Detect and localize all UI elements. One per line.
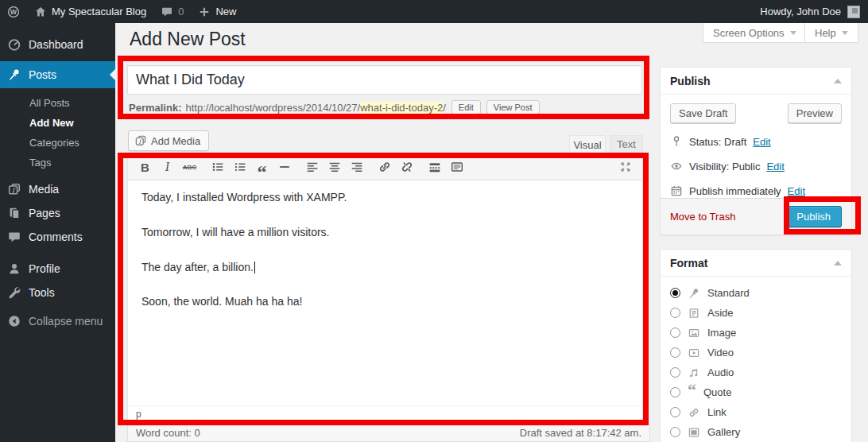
site-name-link[interactable]: My Spectacular Blog bbox=[27, 0, 153, 23]
sidebar-item-categories[interactable]: Categories bbox=[0, 133, 115, 153]
sidebar-item-media[interactable]: Media bbox=[0, 177, 115, 201]
remove-link-button[interactable] bbox=[396, 157, 417, 177]
sidebar-item-tags[interactable]: Tags bbox=[0, 153, 115, 173]
view-post-button[interactable]: View Post bbox=[486, 100, 540, 114]
tab-visual[interactable]: Visual bbox=[569, 135, 606, 153]
format-option-aside[interactable]: Aside bbox=[670, 303, 842, 323]
sidebar-item-dashboard[interactable]: Dashboard bbox=[0, 31, 115, 58]
fullscreen-button[interactable] bbox=[614, 157, 636, 177]
howdy-account-link[interactable]: Howdy, John Doe bbox=[760, 0, 841, 23]
italic-button[interactable]: I bbox=[157, 157, 178, 177]
autosave-message: Draft saved at 8:17:42 am. bbox=[520, 427, 641, 439]
comments-icon bbox=[7, 230, 21, 244]
bold-button[interactable]: B bbox=[134, 157, 156, 177]
permalink-slug: what-i-did-today-2 bbox=[360, 102, 443, 114]
chevron-down-icon bbox=[842, 31, 848, 35]
help-tab[interactable]: Help bbox=[804, 23, 858, 43]
permalink-row: Permalink: http://localhost/wordpress/20… bbox=[129, 98, 540, 117]
wordpress-logo-menu[interactable]: W bbox=[0, 0, 27, 23]
sidebar-item-collapse-menu[interactable]: Collapse menu bbox=[0, 309, 115, 333]
more-tag-button[interactable] bbox=[424, 157, 445, 177]
save-draft-button[interactable]: Save Draft bbox=[670, 103, 736, 123]
blockquote-button[interactable]: “ bbox=[251, 157, 273, 177]
admin-menu: Dashboard Posts All Posts Add New Catego… bbox=[0, 23, 115, 442]
edit-status-link[interactable]: Edit bbox=[753, 136, 770, 148]
radio-unchecked[interactable] bbox=[670, 308, 680, 318]
visibility-row: Visibility: Public Edit bbox=[670, 160, 842, 173]
publish-button[interactable]: Publish bbox=[785, 206, 842, 227]
radio-unchecked[interactable] bbox=[670, 407, 680, 417]
format-option-label: Gallery bbox=[707, 426, 740, 438]
pushpin-icon bbox=[688, 287, 700, 300]
format-option-label: Standard bbox=[707, 287, 750, 299]
edit-permalink-button[interactable]: Edit bbox=[451, 100, 481, 114]
pushpin-icon bbox=[7, 68, 21, 82]
avatar[interactable] bbox=[847, 6, 860, 18]
video-icon bbox=[688, 347, 700, 359]
strikethrough-button[interactable]: ABC bbox=[179, 157, 200, 177]
sidebar-item-profile[interactable]: Profile bbox=[0, 257, 115, 281]
format-box-title: Format bbox=[670, 257, 707, 269]
quote-icon: “ bbox=[688, 387, 696, 398]
chevron-down-icon bbox=[790, 31, 796, 35]
element-path[interactable]: p bbox=[128, 405, 642, 423]
tab-text[interactable]: Text bbox=[610, 135, 643, 153]
post-title-input[interactable]: What I Did Today bbox=[127, 65, 642, 95]
radio-unchecked[interactable] bbox=[670, 387, 680, 397]
preview-button[interactable]: Preview bbox=[788, 103, 842, 123]
sidebar-item-label: Comments bbox=[29, 231, 83, 243]
horizontal-rule-button[interactable] bbox=[273, 157, 295, 177]
editor-content[interactable]: Today, I installed Wordpress with XAMPP.… bbox=[128, 180, 642, 405]
active-menu-arrow bbox=[110, 69, 115, 80]
move-to-trash-link[interactable]: Move to Trash bbox=[670, 211, 735, 223]
format-option-link[interactable]: Link bbox=[670, 402, 842, 422]
add-media-button[interactable]: Add Media bbox=[128, 130, 209, 151]
format-option-video[interactable]: Video bbox=[670, 343, 842, 363]
menu-separator bbox=[0, 249, 115, 257]
format-option-label: Image bbox=[707, 327, 736, 339]
format-option-gallery[interactable]: Gallery bbox=[670, 422, 842, 442]
align-right-button[interactable] bbox=[346, 157, 367, 177]
new-label: New bbox=[215, 6, 236, 17]
sidebar-item-pages[interactable]: Pages bbox=[0, 201, 115, 225]
profile-person-icon bbox=[7, 262, 21, 276]
sidebar-item-label: Collapse menu bbox=[29, 315, 103, 328]
sidebar-item-posts[interactable]: Posts bbox=[0, 61, 115, 88]
align-center-button[interactable] bbox=[324, 157, 345, 177]
numbered-list-button[interactable] bbox=[229, 157, 250, 177]
sidebar-item-add-new[interactable]: Add New bbox=[0, 113, 115, 133]
publish-box: Publish Save Draft Preview Status: Draft… bbox=[660, 67, 852, 235]
radio-unchecked[interactable] bbox=[670, 367, 680, 378]
comment-count: 0 bbox=[178, 6, 184, 17]
comments-counter[interactable]: 0 bbox=[153, 0, 191, 23]
publish-box-title: Publish bbox=[670, 75, 711, 87]
radio-checked[interactable] bbox=[670, 288, 680, 298]
bullet-list-button[interactable] bbox=[207, 157, 228, 177]
word-count: Word count: 0 bbox=[136, 427, 200, 439]
collapse-toggle-icon[interactable] bbox=[834, 79, 842, 83]
radio-unchecked[interactable] bbox=[670, 347, 680, 358]
screen-options-tab[interactable]: Screen Options bbox=[703, 23, 807, 43]
paragraph: Tomorrow, I will have a million visitors… bbox=[141, 226, 629, 239]
toolbar-toggle-button[interactable] bbox=[446, 157, 467, 177]
sidebar-item-all-posts[interactable]: All Posts bbox=[0, 93, 115, 113]
format-option-quote[interactable]: “ Quote bbox=[670, 382, 842, 402]
new-content-menu[interactable]: New bbox=[191, 0, 243, 23]
radio-unchecked[interactable] bbox=[670, 427, 680, 437]
insert-link-button[interactable] bbox=[374, 157, 395, 177]
sidebar-item-comments[interactable]: Comments bbox=[0, 225, 115, 249]
edit-visibility-link[interactable]: Edit bbox=[766, 161, 784, 173]
collapse-arrow-icon bbox=[7, 314, 21, 328]
radio-unchecked[interactable] bbox=[670, 328, 680, 338]
sidebar-item-label: Media bbox=[29, 183, 59, 196]
edit-schedule-link[interactable]: Edit bbox=[788, 185, 805, 197]
format-box-header[interactable]: Format bbox=[661, 250, 851, 277]
sidebar-item-tools[interactable]: Tools bbox=[0, 281, 115, 304]
publish-box-header[interactable]: Publish bbox=[661, 68, 851, 95]
collapse-toggle-icon[interactable] bbox=[834, 261, 842, 266]
format-option-standard[interactable]: Standard bbox=[670, 283, 842, 303]
format-option-image[interactable]: Image bbox=[670, 323, 842, 343]
svg-text:W: W bbox=[10, 8, 17, 16]
align-left-button[interactable] bbox=[301, 157, 323, 177]
permalink-label: Permalink: bbox=[129, 102, 181, 114]
